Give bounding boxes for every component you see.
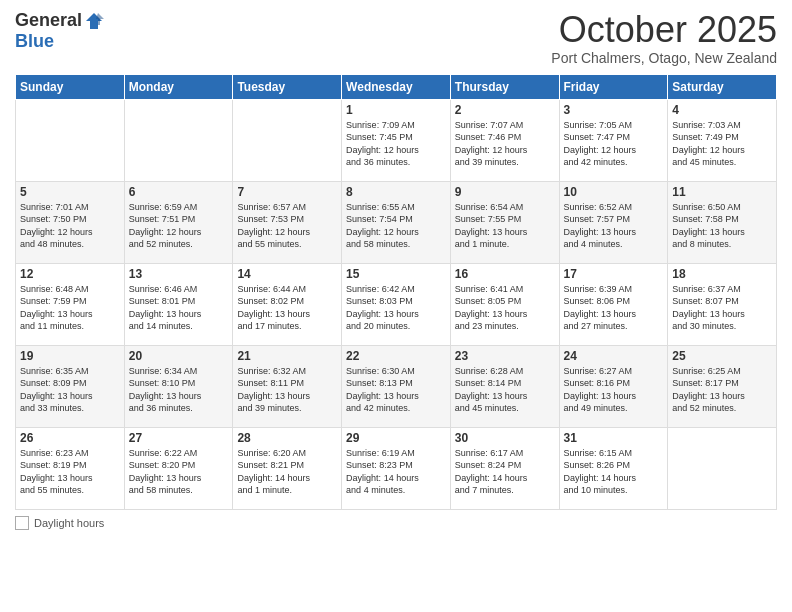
weekday-header-sunday: Sunday: [16, 74, 125, 99]
weekday-header-wednesday: Wednesday: [342, 74, 451, 99]
calendar-cell: 29Sunrise: 6:19 AM Sunset: 8:23 PM Dayli…: [342, 427, 451, 509]
weekday-header-row: SundayMondayTuesdayWednesdayThursdayFrid…: [16, 74, 777, 99]
calendar-cell: 5Sunrise: 7:01 AM Sunset: 7:50 PM Daylig…: [16, 181, 125, 263]
day-info: Sunrise: 6:52 AM Sunset: 7:57 PM Dayligh…: [564, 201, 664, 251]
logo-general-text: General: [15, 10, 82, 31]
weekday-header-monday: Monday: [124, 74, 233, 99]
footer: Daylight hours: [15, 516, 777, 530]
calendar-cell: 23Sunrise: 6:28 AM Sunset: 8:14 PM Dayli…: [450, 345, 559, 427]
day-number: 3: [564, 103, 664, 117]
day-info: Sunrise: 6:28 AM Sunset: 8:14 PM Dayligh…: [455, 365, 555, 415]
calendar-cell: 31Sunrise: 6:15 AM Sunset: 8:26 PM Dayli…: [559, 427, 668, 509]
location-subtitle: Port Chalmers, Otago, New Zealand: [551, 50, 777, 66]
calendar-cell: [16, 99, 125, 181]
calendar-cell: 15Sunrise: 6:42 AM Sunset: 8:03 PM Dayli…: [342, 263, 451, 345]
month-title: October 2025: [551, 10, 777, 50]
day-info: Sunrise: 6:48 AM Sunset: 7:59 PM Dayligh…: [20, 283, 120, 333]
calendar-cell: 18Sunrise: 6:37 AM Sunset: 8:07 PM Dayli…: [668, 263, 777, 345]
day-number: 7: [237, 185, 337, 199]
day-info: Sunrise: 6:20 AM Sunset: 8:21 PM Dayligh…: [237, 447, 337, 497]
footer-label: Daylight hours: [34, 517, 104, 529]
calendar-cell: 11Sunrise: 6:50 AM Sunset: 7:58 PM Dayli…: [668, 181, 777, 263]
day-number: 11: [672, 185, 772, 199]
calendar-cell: 27Sunrise: 6:22 AM Sunset: 8:20 PM Dayli…: [124, 427, 233, 509]
day-number: 17: [564, 267, 664, 281]
day-number: 8: [346, 185, 446, 199]
calendar-cell: [124, 99, 233, 181]
calendar-cell: 26Sunrise: 6:23 AM Sunset: 8:19 PM Dayli…: [16, 427, 125, 509]
day-info: Sunrise: 6:57 AM Sunset: 7:53 PM Dayligh…: [237, 201, 337, 251]
day-info: Sunrise: 6:17 AM Sunset: 8:24 PM Dayligh…: [455, 447, 555, 497]
day-info: Sunrise: 6:19 AM Sunset: 8:23 PM Dayligh…: [346, 447, 446, 497]
day-number: 15: [346, 267, 446, 281]
footer-box: [15, 516, 29, 530]
day-number: 13: [129, 267, 229, 281]
logo-icon: [84, 11, 104, 31]
calendar-cell: 8Sunrise: 6:55 AM Sunset: 7:54 PM Daylig…: [342, 181, 451, 263]
day-info: Sunrise: 6:44 AM Sunset: 8:02 PM Dayligh…: [237, 283, 337, 333]
calendar-table: SundayMondayTuesdayWednesdayThursdayFrid…: [15, 74, 777, 510]
week-row-0: 1Sunrise: 7:09 AM Sunset: 7:45 PM Daylig…: [16, 99, 777, 181]
calendar-cell: 24Sunrise: 6:27 AM Sunset: 8:16 PM Dayli…: [559, 345, 668, 427]
calendar-cell: 28Sunrise: 6:20 AM Sunset: 8:21 PM Dayli…: [233, 427, 342, 509]
calendar-cell: 17Sunrise: 6:39 AM Sunset: 8:06 PM Dayli…: [559, 263, 668, 345]
day-number: 10: [564, 185, 664, 199]
calendar-cell: 14Sunrise: 6:44 AM Sunset: 8:02 PM Dayli…: [233, 263, 342, 345]
day-info: Sunrise: 6:50 AM Sunset: 7:58 PM Dayligh…: [672, 201, 772, 251]
day-number: 2: [455, 103, 555, 117]
day-info: Sunrise: 6:27 AM Sunset: 8:16 PM Dayligh…: [564, 365, 664, 415]
day-info: Sunrise: 6:32 AM Sunset: 8:11 PM Dayligh…: [237, 365, 337, 415]
calendar-cell: [233, 99, 342, 181]
day-info: Sunrise: 6:39 AM Sunset: 8:06 PM Dayligh…: [564, 283, 664, 333]
logo: General Blue: [15, 10, 104, 52]
day-number: 30: [455, 431, 555, 445]
day-number: 20: [129, 349, 229, 363]
week-row-4: 26Sunrise: 6:23 AM Sunset: 8:19 PM Dayli…: [16, 427, 777, 509]
day-info: Sunrise: 7:05 AM Sunset: 7:47 PM Dayligh…: [564, 119, 664, 169]
calendar-cell: 22Sunrise: 6:30 AM Sunset: 8:13 PM Dayli…: [342, 345, 451, 427]
calendar-cell: 9Sunrise: 6:54 AM Sunset: 7:55 PM Daylig…: [450, 181, 559, 263]
day-info: Sunrise: 7:01 AM Sunset: 7:50 PM Dayligh…: [20, 201, 120, 251]
calendar-cell: 2Sunrise: 7:07 AM Sunset: 7:46 PM Daylig…: [450, 99, 559, 181]
day-info: Sunrise: 6:22 AM Sunset: 8:20 PM Dayligh…: [129, 447, 229, 497]
calendar-cell: [668, 427, 777, 509]
day-info: Sunrise: 6:35 AM Sunset: 8:09 PM Dayligh…: [20, 365, 120, 415]
day-number: 29: [346, 431, 446, 445]
day-info: Sunrise: 7:07 AM Sunset: 7:46 PM Dayligh…: [455, 119, 555, 169]
calendar-cell: 12Sunrise: 6:48 AM Sunset: 7:59 PM Dayli…: [16, 263, 125, 345]
day-number: 28: [237, 431, 337, 445]
calendar-cell: 3Sunrise: 7:05 AM Sunset: 7:47 PM Daylig…: [559, 99, 668, 181]
page: General Blue October 2025 Port Chalmers,…: [0, 0, 792, 612]
day-number: 6: [129, 185, 229, 199]
week-row-3: 19Sunrise: 6:35 AM Sunset: 8:09 PM Dayli…: [16, 345, 777, 427]
calendar-cell: 6Sunrise: 6:59 AM Sunset: 7:51 PM Daylig…: [124, 181, 233, 263]
weekday-header-saturday: Saturday: [668, 74, 777, 99]
calendar-cell: 30Sunrise: 6:17 AM Sunset: 8:24 PM Dayli…: [450, 427, 559, 509]
day-number: 27: [129, 431, 229, 445]
week-row-2: 12Sunrise: 6:48 AM Sunset: 7:59 PM Dayli…: [16, 263, 777, 345]
calendar-cell: 1Sunrise: 7:09 AM Sunset: 7:45 PM Daylig…: [342, 99, 451, 181]
day-number: 4: [672, 103, 772, 117]
calendar-cell: 16Sunrise: 6:41 AM Sunset: 8:05 PM Dayli…: [450, 263, 559, 345]
day-info: Sunrise: 6:55 AM Sunset: 7:54 PM Dayligh…: [346, 201, 446, 251]
day-info: Sunrise: 6:25 AM Sunset: 8:17 PM Dayligh…: [672, 365, 772, 415]
day-number: 26: [20, 431, 120, 445]
weekday-header-thursday: Thursday: [450, 74, 559, 99]
weekday-header-tuesday: Tuesday: [233, 74, 342, 99]
day-info: Sunrise: 6:15 AM Sunset: 8:26 PM Dayligh…: [564, 447, 664, 497]
day-number: 24: [564, 349, 664, 363]
calendar-cell: 20Sunrise: 6:34 AM Sunset: 8:10 PM Dayli…: [124, 345, 233, 427]
calendar-cell: 19Sunrise: 6:35 AM Sunset: 8:09 PM Dayli…: [16, 345, 125, 427]
day-number: 5: [20, 185, 120, 199]
title-area: October 2025 Port Chalmers, Otago, New Z…: [551, 10, 777, 66]
day-number: 12: [20, 267, 120, 281]
day-info: Sunrise: 6:46 AM Sunset: 8:01 PM Dayligh…: [129, 283, 229, 333]
day-info: Sunrise: 6:37 AM Sunset: 8:07 PM Dayligh…: [672, 283, 772, 333]
day-info: Sunrise: 6:41 AM Sunset: 8:05 PM Dayligh…: [455, 283, 555, 333]
header: General Blue October 2025 Port Chalmers,…: [15, 10, 777, 66]
day-number: 19: [20, 349, 120, 363]
day-info: Sunrise: 6:34 AM Sunset: 8:10 PM Dayligh…: [129, 365, 229, 415]
day-info: Sunrise: 6:59 AM Sunset: 7:51 PM Dayligh…: [129, 201, 229, 251]
logo-blue-text: Blue: [15, 31, 54, 52]
calendar-cell: 25Sunrise: 6:25 AM Sunset: 8:17 PM Dayli…: [668, 345, 777, 427]
